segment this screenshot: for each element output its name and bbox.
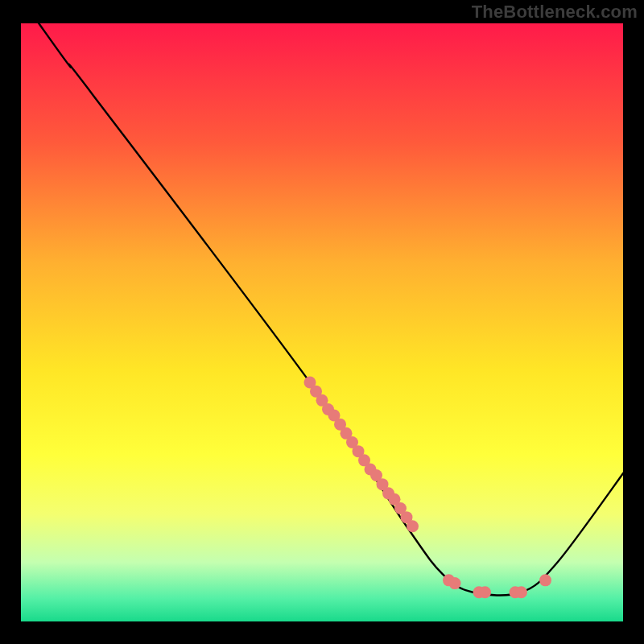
chart-frame: TheBottleneck.com (0, 0, 644, 644)
watermark-text: TheBottleneck.com (472, 2, 638, 23)
scatter-point (515, 586, 527, 598)
scatter-point (539, 574, 551, 586)
bottleneck-chart (0, 0, 644, 644)
scatter-point (407, 520, 419, 532)
scatter-point (479, 586, 491, 598)
gradient-background (20, 23, 624, 622)
scatter-point (449, 577, 461, 589)
